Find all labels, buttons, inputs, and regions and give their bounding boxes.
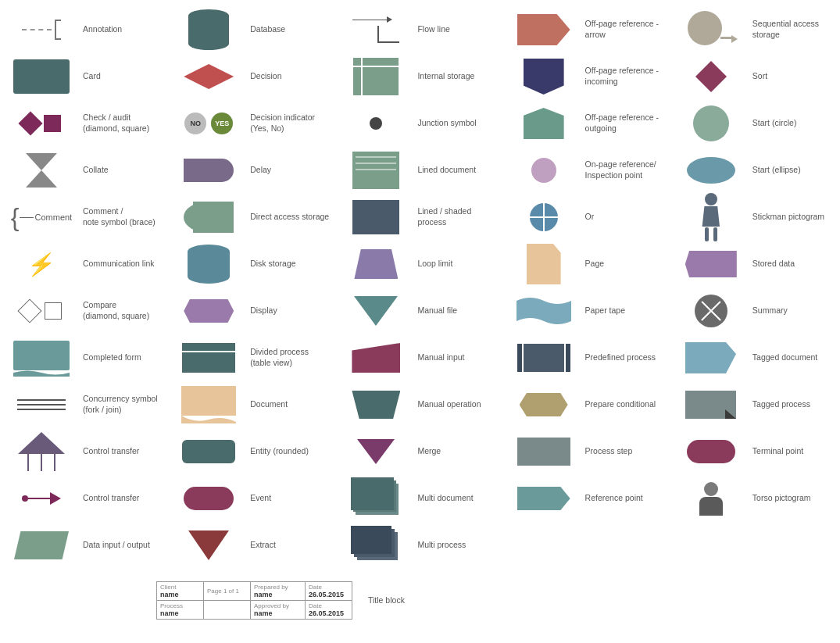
shape-event: [173, 479, 244, 518]
item-document: Document: [169, 381, 336, 428]
item-process-step: Process step: [504, 428, 671, 475]
item-flow-line: Flow line: [336, 6, 503, 53]
item-lined-shaded: Lined / shaded process: [336, 194, 503, 241]
label-tagged-proc: Tagged process: [752, 399, 834, 410]
item-display: Display: [169, 288, 336, 334]
client-label: Client: [160, 584, 200, 591]
item-comm-link: ⚡ Communication link: [2, 241, 169, 288]
prepared-by-name: name: [254, 591, 302, 598]
shape-tagged-proc: [676, 385, 746, 424]
item-delay: Delay: [169, 147, 336, 194]
label-start-ellipse: Start (ellipse): [752, 165, 834, 176]
date-value: 26.05.2015: [309, 591, 349, 598]
shape-manual-input: [341, 338, 411, 377]
label-flow-line: Flow line: [417, 24, 499, 35]
label-divided-process: Divided process(table view): [250, 347, 331, 368]
item-manual-op: Manual operation: [336, 381, 503, 428]
label-predefined: Predefined process: [585, 352, 667, 363]
approved-by-label: Approved by: [254, 602, 302, 609]
shape-sort: [676, 57, 746, 96]
shape-torso: [676, 479, 746, 518]
item-annotation: Annotation: [2, 6, 169, 53]
item-concurrency: Concurrency symbol(fork / join): [2, 381, 169, 428]
shape-page: [509, 245, 579, 284]
item-decision: Decision: [169, 53, 336, 100]
item-manual-file: Manual file: [336, 288, 503, 334]
shape-document: [173, 385, 244, 424]
item-decision-indicator: NO YES Decision indicator(Yes, No): [169, 100, 336, 147]
label-tagged-doc: Tagged document: [752, 352, 834, 363]
item-torso: Torso pictogram: [671, 475, 838, 522]
title-block-row: Client name Page 1 of 1 Prepared by name…: [0, 575, 840, 623]
item-completed-form: Completed form: [2, 334, 169, 381]
item-sequential: Sequential accessstorage: [671, 6, 838, 53]
item-start-circle: Start (circle): [671, 100, 838, 147]
shape-lined-doc: [341, 151, 411, 190]
label-junction: Junction symbol: [417, 118, 499, 129]
label-summary: Summary: [752, 305, 834, 316]
client-name: name: [160, 591, 200, 598]
label-concurrency: Concurrency symbol(fork / join): [83, 394, 164, 415]
label-stored-data: Stored data: [752, 259, 834, 270]
label-reference-point: Reference point: [585, 493, 667, 504]
label-disk-storage: Disk storage: [250, 259, 331, 270]
shape-reference-point: [509, 479, 579, 518]
shape-comment: { Comment: [6, 198, 77, 237]
shape-junction: [341, 104, 411, 143]
date-label: Date: [309, 584, 349, 591]
item-collate: Collate: [2, 147, 169, 194]
label-comm-link: Communication link: [83, 259, 164, 270]
page-label: Page 1 of 1: [207, 588, 247, 595]
item-start-ellipse: Start (ellipse): [671, 147, 838, 194]
label-sequential: Sequential accessstorage: [752, 19, 834, 40]
shape-prepare-cond: [509, 385, 579, 424]
shape-or: [509, 198, 579, 237]
label-multi-proc: Multi process: [417, 540, 499, 551]
item-data-io: Data input / output: [2, 522, 169, 569]
label-event: Event: [250, 493, 331, 504]
shape-check-audit: [6, 104, 77, 143]
label-torso: Torso pictogram: [752, 493, 834, 504]
shape-predefined: [509, 338, 579, 377]
item-terminal: Terminal point: [671, 428, 838, 475]
shape-sequential: [676, 10, 746, 49]
label-start-circle: Start (circle): [752, 118, 834, 129]
shape-disk-storage: [173, 245, 244, 284]
shape-control-transfer: [6, 479, 77, 518]
label-lined-shaded: Lined / shaded process: [417, 206, 499, 227]
label-stickman: Stickman pictogram: [752, 212, 834, 223]
shape-concurrency: [6, 385, 77, 424]
shape-manual-file: [341, 291, 411, 330]
label-internal-storage: Internal storage: [417, 71, 499, 82]
shape-flow-line: [341, 10, 411, 49]
shape-decision: [173, 57, 244, 96]
label-completed-form: Completed form: [83, 352, 164, 363]
label-display: Display: [250, 305, 331, 316]
item-tagged-doc: Tagged document: [671, 334, 838, 381]
label-prepare-cond: Prepare conditional: [585, 399, 667, 410]
item-onpage-ref: On-page reference/Inspection point: [504, 147, 671, 194]
label-database: Database: [250, 24, 331, 35]
item-predefined: Predefined process: [504, 334, 671, 381]
process-label: Process: [160, 602, 200, 609]
item-check-audit: Check / audit(diamond, square): [2, 100, 169, 147]
label-offpage-incoming: Off-page reference -incoming: [585, 66, 667, 87]
label-page: Page: [585, 259, 667, 270]
di-yes-circle: YES: [211, 113, 233, 134]
shape-database: [173, 10, 244, 49]
label-check-audit: Check / audit(diamond, square): [83, 113, 164, 134]
item-sort: Sort: [671, 53, 838, 100]
item-prepare-cond: Prepare conditional: [504, 381, 671, 428]
shape-lined-shaded: [341, 198, 411, 237]
item-stored-data: Stored data: [671, 241, 838, 288]
di-no-circle: NO: [184, 113, 206, 134]
shape-internal-storage: [341, 57, 411, 96]
shape-merge: [341, 432, 411, 471]
item-offpage-incoming: Off-page reference -incoming: [504, 53, 671, 100]
label-control-transfer: Control transfer: [83, 493, 164, 504]
item-stickman: Stickman pictogram: [671, 194, 838, 241]
item-multi-doc: Multi document: [336, 475, 503, 522]
label-terminal: Terminal point: [752, 446, 834, 457]
label-offpage-outgoing: Off-page reference -outgoing: [585, 113, 667, 134]
svg-marker-0: [685, 342, 736, 373]
